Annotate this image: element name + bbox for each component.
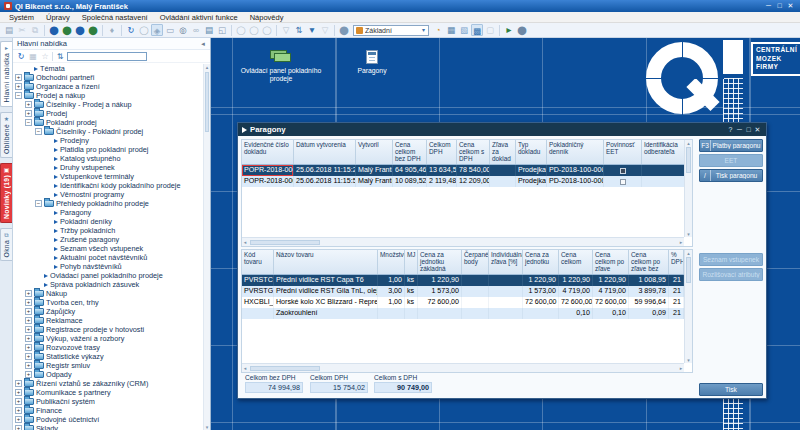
- scroll-up-icon[interactable]: ▴: [685, 140, 692, 146]
- column-header-z-ava-za-doklad[interactable]: Zľava za doklad [%]: [490, 140, 516, 164]
- tree-item-sklady[interactable]: +Sklady: [13, 424, 210, 430]
- column-header-cena-celkom[interactable]: Cena celkom: [559, 250, 593, 274]
- filter-set-icon[interactable]: ▼: [306, 24, 318, 36]
- refresh-icon[interactable]: ↻: [125, 24, 137, 36]
- collapse-icon[interactable]: −: [15, 92, 22, 99]
- scrollbar-thumb[interactable]: [205, 72, 209, 132]
- layout-icon[interactable]: ▢: [484, 24, 496, 36]
- table-view-icon[interactable]: ▦: [445, 24, 457, 36]
- close-icon[interactable]: ✕: [753, 126, 762, 134]
- side-tab-novinky-19[interactable]: ▣Novinky (19): [0, 163, 12, 223]
- expand-icon[interactable]: +: [15, 83, 22, 90]
- column-header-cena-celkom-po-z-ave[interactable]: Cena celkom po zľave: [593, 250, 629, 274]
- tree-item-p-ehledy-pokladn-ho-prodeje[interactable]: −Přehledy pokladního prodeje: [13, 199, 210, 208]
- tree-item-pohyb-n-v-t-vn-k[interactable]: Pohyb návštěvníků: [13, 262, 210, 271]
- side-tab-obl-ben[interactable]: ★Oblíbené: [0, 112, 12, 158]
- scrollbar-thumb[interactable]: [686, 257, 691, 283]
- column-header-celkom-dph[interactable]: Celkom DPH: [427, 140, 457, 164]
- stop-icon[interactable]: ◯: [138, 24, 150, 36]
- favorites-icon[interactable]: ◈: [151, 24, 163, 36]
- expand-icon[interactable]: +: [15, 416, 22, 423]
- collapse-icon[interactable]: −: [25, 119, 32, 126]
- horizontal-scrollbar[interactable]: ◂▸: [242, 363, 684, 372]
- tree-item-ovl-dac-panel-pokladn-ho-prodeje[interactable]: Ovládací panel pokladního prodeje: [13, 271, 210, 280]
- scroll-down-icon[interactable]: ▾: [204, 424, 210, 430]
- shortcut-ovladaci-panel[interactable]: Ovládací panel pokladního prodeje: [239, 48, 323, 84]
- nav-forward-icon[interactable]: ⬤: [61, 24, 73, 36]
- scroll-right-icon[interactable]: ▸: [678, 239, 684, 245]
- search-icon[interactable]: ◎: [177, 24, 189, 36]
- tree-item-spr-va-pokladn-ch-z-suvek[interactable]: Správa pokladních zásuvek: [13, 280, 210, 289]
- expand-icon[interactable]: +: [25, 335, 32, 342]
- minimize-icon[interactable]: ─: [735, 126, 744, 134]
- expand-icon[interactable]: +: [25, 353, 32, 360]
- tree-item-n-kup[interactable]: +Nákup: [13, 289, 210, 298]
- undo-icon[interactable]: ◯: [235, 24, 247, 36]
- scroll-up-icon[interactable]: ▴: [685, 250, 692, 256]
- tree-item-registr-smluv[interactable]: +Registr smluv: [13, 361, 210, 370]
- column-header-identifik-cia-odberate-a[interactable]: Identifikácia odberateľa: [642, 140, 684, 164]
- favorite-icon[interactable]: ☆: [40, 51, 50, 62]
- tree-item-prodej-a-n-kup[interactable]: −Prodej a nákup: [13, 91, 210, 100]
- tree-item-finance[interactable]: +Finance: [13, 406, 210, 415]
- tree-item-seln-ky-pokladn-prodej[interactable]: −Číselníky - Pokladní prodej: [13, 127, 210, 136]
- pin-icon[interactable]: ◄: [200, 41, 206, 47]
- shortcut-paragony[interactable]: Paragony: [341, 48, 403, 75]
- tree-item-organizace-a-zen[interactable]: +Organizace a řízení: [13, 82, 210, 91]
- checkbox-icon[interactable]: [620, 179, 626, 185]
- column-header-mj[interactable]: MJ: [405, 250, 418, 274]
- expand-icon[interactable]: +: [15, 74, 22, 81]
- tree-item-zen-vztah-se-z-kazn-ky-crm[interactable]: +Řízení vztahů se zákazníky (CRM): [13, 379, 210, 388]
- table-row[interactable]: POPR-2018-00000125.06.2018 11:15:28Malý …: [242, 165, 684, 176]
- button-platby-paragonu[interactable]: F3Platby paragonu: [699, 139, 763, 152]
- tree-item-komunikace-s-partnery[interactable]: +Komunikace s partnery: [13, 388, 210, 397]
- chevron-down-icon[interactable]: ▾: [419, 26, 428, 35]
- scrollbar-thumb[interactable]: [250, 240, 320, 245]
- record-icon[interactable]: ⬤: [338, 24, 350, 36]
- table-row[interactable]: Zaokrouhlení0,100,100,0921: [242, 308, 684, 319]
- collapse-icon[interactable]: −: [35, 128, 42, 135]
- expand-icon[interactable]: +: [25, 290, 32, 297]
- history-icon[interactable]: ◯: [261, 24, 273, 36]
- refresh-icon[interactable]: ↻: [16, 51, 26, 62]
- tree-item-tvorba-cen-trhy[interactable]: +Tvorba cen, trhy: [13, 298, 210, 307]
- expand-icon[interactable]: +: [15, 389, 22, 396]
- print-icon[interactable]: ▤: [203, 24, 215, 36]
- vertical-scrollbar[interactable]: ▴▾: [684, 250, 692, 363]
- new-window-icon[interactable]: ▭: [164, 24, 176, 36]
- scroll-right-icon[interactable]: ▸: [678, 365, 684, 371]
- tree-item-katalog-vstupn-ho[interactable]: Katalog vstupného: [13, 154, 210, 163]
- expand-icon[interactable]: +: [25, 317, 32, 324]
- tree-item-prodej[interactable]: +Prodej: [13, 109, 210, 118]
- expand-icon[interactable]: +: [15, 425, 22, 430]
- expand-icon[interactable]: +: [25, 299, 32, 306]
- expand-icon[interactable]: +: [25, 101, 32, 108]
- filter-clear-icon[interactable]: ▽: [319, 24, 331, 36]
- tree-item-t-mata[interactable]: Témata: [13, 64, 210, 73]
- tree-item-zru-en-paragony[interactable]: Zrušené paragony: [13, 235, 210, 244]
- column-header-cena-celkom-po-z-ave-bez-dph[interactable]: Cena celkom po zľave bez DPH: [629, 250, 669, 274]
- column-header-cena-za-jednotku-z-kladn[interactable]: Cena za jednotku základná: [418, 250, 462, 274]
- expand-icon[interactable]: +: [25, 110, 32, 117]
- tree-item-pokladn-den-ky[interactable]: Pokladní deníky: [13, 217, 210, 226]
- notifications-icon[interactable]: ♦: [106, 24, 118, 36]
- tree-item-druhy-vstupenek[interactable]: Druhy vstupenek: [13, 163, 210, 172]
- scroll-left-icon[interactable]: ◂: [242, 239, 248, 245]
- column-header-dph[interactable]: % DPH: [669, 250, 684, 274]
- menu-item-n-pov-dy[interactable]: Nápovědy: [244, 13, 290, 22]
- scrollbar-thumb[interactable]: [250, 366, 320, 371]
- tree-item-odpady[interactable]: +Odpady: [13, 370, 210, 379]
- tree-item-paragony[interactable]: Paragony: [13, 208, 210, 217]
- help-icon[interactable]: ?: [726, 126, 735, 134]
- scroll-left-icon[interactable]: ◂: [242, 365, 248, 371]
- close-icon[interactable]: ✕: [785, 1, 796, 11]
- copy-icon[interactable]: ⧉: [29, 24, 41, 36]
- tree-item-rozvozov-trasy[interactable]: +Rozvozové trasy: [13, 343, 210, 352]
- column-header-povinnos-eet[interactable]: Povinnosť EET: [604, 140, 642, 164]
- sort-icon[interactable]: ⇅: [293, 24, 305, 36]
- tree-item-prodejny[interactable]: Prodejny: [13, 136, 210, 145]
- scroll-up-icon[interactable]: ▴: [206, 64, 209, 70]
- tree-item-statistick-v-kazy[interactable]: +Statistické výkazy: [13, 352, 210, 361]
- table-row[interactable]: PVRSTCPřední vidlice RST Capa T61,00ks1 …: [242, 275, 684, 286]
- profile-combobox[interactable]: Základní ▾: [353, 25, 429, 36]
